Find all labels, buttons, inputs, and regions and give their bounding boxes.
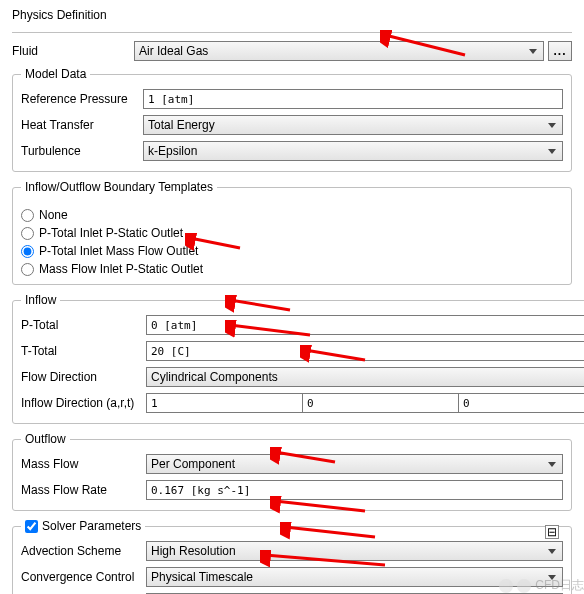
chevron-down-icon	[548, 462, 556, 467]
model-data-legend: Model Data	[21, 67, 90, 81]
ptotal-label: P-Total	[21, 318, 146, 332]
heat-transfer-select[interactable]: Total Energy	[143, 115, 563, 135]
model-data-group: Model Data Reference Pressure Heat Trans…	[12, 67, 572, 172]
turbulence-select[interactable]: k-Epsilon	[143, 141, 563, 161]
turbulence-label: Turbulence	[21, 144, 143, 158]
flow-direction-select[interactable]: Cylindrical Components	[146, 367, 584, 387]
fluid-label: Fluid	[12, 44, 134, 58]
ref-pressure-input[interactable]	[143, 89, 563, 109]
mass-flow-value: Per Component	[151, 457, 235, 471]
convergence-value: Physical Timescale	[151, 570, 253, 584]
flow-direction-label: Flow Direction	[21, 370, 146, 384]
mass-flow-rate-label: Mass Flow Rate	[21, 483, 146, 497]
mass-flow-label: Mass Flow	[21, 457, 146, 471]
advection-label: Advection Scheme	[21, 544, 146, 558]
ref-pressure-label: Reference Pressure	[21, 92, 143, 106]
watermark: CFD日志	[499, 577, 584, 594]
flow-direction-value: Cylindrical Components	[151, 370, 278, 384]
outflow-group: Outflow Mass Flow Per Component Mass Flo…	[12, 432, 572, 511]
chevron-down-icon	[548, 549, 556, 554]
chevron-down-icon	[548, 149, 556, 154]
collapse-button[interactable]: ⊟	[545, 525, 559, 539]
advection-value: High Resolution	[151, 544, 236, 558]
convergence-label: Convergence Control	[21, 570, 146, 584]
solver-legend[interactable]: Solver Parameters	[21, 519, 145, 533]
radio-massflow-pstatic[interactable]: Mass Flow Inlet P-Static Outlet	[21, 262, 563, 276]
inflow-dir-a-input[interactable]	[146, 393, 302, 413]
boundary-templates-group: Inflow/Outflow Boundary Templates None P…	[12, 180, 572, 285]
ttotal-input[interactable]	[146, 341, 584, 361]
fluid-browse-button[interactable]: ...	[548, 41, 572, 61]
solver-checkbox[interactable]	[25, 520, 38, 533]
heat-transfer-label: Heat Transfer	[21, 118, 143, 132]
mass-flow-rate-input[interactable]	[146, 480, 563, 500]
chevron-down-icon	[548, 123, 556, 128]
fluid-select[interactable]: Air Ideal Gas	[134, 41, 544, 61]
physics-definition-panel: Physics Definition Fluid Air Ideal Gas .…	[0, 0, 584, 594]
mass-flow-select[interactable]: Per Component	[146, 454, 563, 474]
inflow-legend: Inflow	[21, 293, 60, 307]
radio-ptotal-massflow[interactable]: P-Total Inlet Mass Flow Outlet	[21, 244, 563, 258]
inflow-dir-r-input[interactable]	[302, 393, 458, 413]
radio-ptotal-pstatic[interactable]: P-Total Inlet P-Static Outlet	[21, 226, 563, 240]
chevron-down-icon	[529, 49, 537, 54]
divider	[12, 32, 572, 33]
solver-parameters-group: Solver Parameters ⊟ Advection Scheme Hig…	[12, 519, 572, 594]
panel-title: Physics Definition	[12, 8, 572, 22]
inflow-dir-t-input[interactable]	[458, 393, 584, 413]
heat-transfer-value: Total Energy	[148, 118, 215, 132]
ptotal-input[interactable]	[146, 315, 584, 335]
advection-select[interactable]: High Resolution	[146, 541, 563, 561]
ttotal-label: T-Total	[21, 344, 146, 358]
outflow-legend: Outflow	[21, 432, 70, 446]
fluid-value: Air Ideal Gas	[139, 44, 208, 58]
inflow-direction-label: Inflow Direction (a,r,t)	[21, 396, 146, 410]
radio-none[interactable]: None	[21, 208, 563, 222]
turbulence-value: k-Epsilon	[148, 144, 197, 158]
inflow-group: Inflow P-Total T-Total Flow Direction Cy…	[12, 293, 584, 424]
boundary-legend: Inflow/Outflow Boundary Templates	[21, 180, 217, 194]
